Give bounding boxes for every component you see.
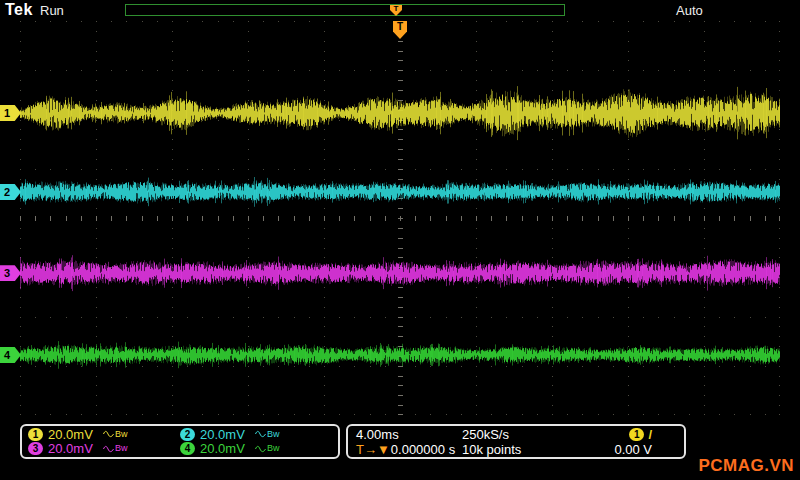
tek-logo: Tek — [5, 1, 33, 19]
trigger-delay-readout: T→▼ 0.000000 s — [356, 442, 462, 457]
bw-limit-icon: Bw — [115, 444, 128, 453]
waveform-canvas — [20, 21, 780, 415]
ac-sine-icon — [103, 430, 114, 438]
acquisition-status: Run — [40, 3, 64, 18]
graticule-area — [20, 21, 780, 415]
ch2-badge: 2 — [180, 428, 195, 441]
channel-4-reference-marker: 4 — [0, 347, 21, 363]
channel-readout-box: 1 20.0mV Bw 2 20.0mV Bw 3 20.0mV Bw 4 — [20, 424, 340, 459]
ch1-readout: 1 20.0mV Bw — [28, 428, 180, 441]
ch1-scale: 20.0mV — [48, 428, 98, 441]
bw-limit-icon: Bw — [115, 430, 128, 439]
ac-sine-icon — [255, 430, 266, 438]
ch3-scale: 20.0mV — [48, 442, 98, 455]
ch3-badge: 3 — [28, 442, 43, 455]
ch1-badge: 1 — [28, 428, 43, 441]
ch2-readout: 2 20.0mV Bw — [180, 428, 332, 441]
channel-2-reference-marker: 2 — [0, 184, 21, 200]
record-trigger-marker-icon: T — [390, 5, 402, 16]
sample-rate: 250kS/s — [462, 427, 614, 442]
timebase-readout-box: 4.00ms 250kS/s 1 / T→▼ 0.000000 s 10k po… — [346, 424, 686, 459]
time-per-div: 4.00ms — [356, 427, 462, 442]
trigger-slope-icon: / — [648, 427, 652, 442]
trigger-source-readout: 1 / — [614, 427, 676, 442]
channel-1-reference-marker: 1 — [0, 105, 21, 121]
ch4-badge: 4 — [180, 442, 195, 455]
trigger-mode-label: Auto — [676, 3, 703, 18]
ac-sine-icon — [103, 445, 114, 453]
ch4-scale: 20.0mV — [200, 442, 250, 455]
record-view-bar: T — [125, 4, 565, 16]
trigger-delay-value: 0.000000 s — [391, 442, 455, 457]
ac-sine-icon — [255, 445, 266, 453]
bw-limit-icon: Bw — [267, 430, 280, 439]
bw-limit-icon: Bw — [267, 444, 280, 453]
watermark: PCMAG.VN — [698, 456, 794, 476]
channel-3-reference-marker: 3 — [0, 265, 21, 281]
trigger-level: 0.00 V — [614, 442, 676, 457]
trigger-delay-icon: T→▼ — [356, 442, 390, 457]
ch2-scale: 20.0mV — [200, 428, 250, 441]
record-length: 10k points — [462, 442, 614, 457]
ch4-readout: 4 20.0mV Bw — [180, 442, 332, 455]
ch3-readout: 3 20.0mV Bw — [28, 442, 180, 455]
oscilloscope-screen: Tek Run T Auto T 1 2 3 4 1 20.0mV Bw 2 2… — [0, 0, 800, 480]
trigger-source-badge: 1 — [629, 428, 644, 441]
